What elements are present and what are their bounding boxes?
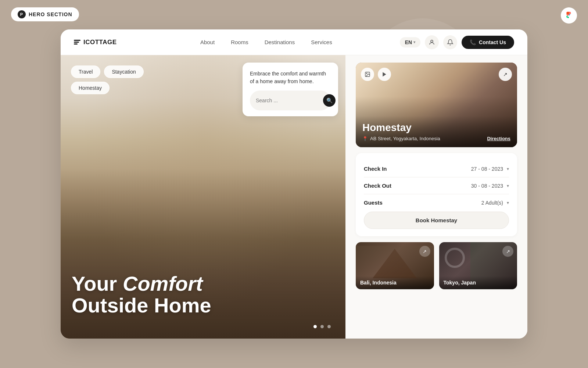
- hero-dots: [313, 325, 331, 328]
- hero-panel: Travel Staycation Homestay Embrace the c…: [61, 55, 345, 339]
- check-in-value-wrap[interactable]: 27 - 08 - 2023 ▾: [471, 166, 509, 172]
- property-actions: [361, 68, 391, 81]
- check-in-date: 27 - 08 - 2023: [471, 166, 503, 172]
- contact-label: Contact Us: [479, 39, 506, 45]
- dest-tokyo-overlay: Tokyo, Japan: [439, 276, 517, 289]
- right-panel: ↗ Homestay 📍 AB Street, Yogyakarta, Indo…: [345, 55, 527, 339]
- language-selector[interactable]: EN ▾: [400, 37, 420, 47]
- chevron-down-icon: ▾: [507, 166, 509, 171]
- nav-destinations[interactable]: Destinations: [265, 39, 295, 45]
- destination-tokyo-link[interactable]: ↗: [502, 246, 513, 257]
- svg-point-2: [366, 73, 367, 74]
- language-label: EN: [405, 39, 412, 45]
- nav-links: About Rooms Destinations Services: [133, 39, 400, 46]
- check-out-row: Check Out 30 - 08 - 2023 ▾: [364, 177, 509, 194]
- hero-tags: Travel Staycation Homestay: [71, 66, 181, 94]
- dest-tokyo-name: Tokyo, Japan: [444, 280, 513, 286]
- check-out-value-wrap[interactable]: 30 - 08 - 2023 ▾: [471, 183, 509, 189]
- figma-icon[interactable]: [561, 7, 577, 24]
- notification-icon-button[interactable]: [443, 35, 457, 49]
- nav-about[interactable]: About: [200, 39, 215, 45]
- gallery-button[interactable]: [361, 68, 374, 81]
- phone-icon: 📞: [470, 39, 476, 45]
- guests-label: Guests: [364, 199, 383, 206]
- search-input-wrap: 🔍: [250, 91, 331, 110]
- top-bar-label: HERO SECTION: [29, 11, 72, 17]
- guests-count: 2 Adult(s): [481, 200, 503, 206]
- location-icon: 📍: [362, 136, 368, 141]
- svg-marker-3: [383, 72, 386, 77]
- destination-bali-link[interactable]: ↗: [419, 246, 430, 257]
- logo-text: ICOTTAGE: [83, 39, 117, 46]
- dest-bali-name: Bali, Indonesia: [360, 280, 430, 286]
- top-bar: P HERO SECTION: [11, 7, 79, 21]
- search-button[interactable]: 🔍: [323, 94, 336, 107]
- tag-homestay[interactable]: Homestay: [71, 82, 110, 94]
- nav-rooms[interactable]: Rooms: [231, 39, 248, 45]
- dest-bali-overlay: Bali, Indonesia: [356, 276, 434, 289]
- tag-travel[interactable]: Travel: [71, 66, 100, 78]
- check-in-label: Check In: [364, 166, 387, 172]
- hero-title-line1: Your Comfort: [72, 272, 203, 295]
- hero-title-line2: Outside Home: [72, 294, 211, 317]
- property-overlay: Homestay 📍 AB Street, Yogyakarta, Indone…: [356, 116, 517, 147]
- search-icon: 🔍: [326, 98, 333, 103]
- contact-button[interactable]: 📞 Contact Us: [462, 36, 514, 49]
- top-bar-icon: P: [18, 10, 26, 18]
- navigation: ICOTTAGE About Rooms Destinations Servic…: [61, 29, 527, 55]
- hero-text: Your Comfort Outside Home: [72, 273, 211, 316]
- nav-actions: EN ▾ 📞 Contact Us: [400, 35, 514, 49]
- check-out-label: Check Out: [364, 183, 391, 189]
- hero-title-italic: Comfort: [123, 272, 203, 295]
- check-in-row: Check In 27 - 08 - 2023 ▾: [364, 160, 509, 177]
- property-external-link-button[interactable]: ↗: [499, 68, 512, 81]
- logo[interactable]: ICOTTAGE: [74, 39, 133, 46]
- guests-value-wrap[interactable]: 2 Adult(s) ▾: [481, 200, 509, 206]
- destination-bali[interactable]: ↗ Bali, Indonesia: [356, 242, 434, 289]
- destinations: ↗ Bali, Indonesia ↗ Tokyo, Japan: [356, 242, 517, 289]
- logo-icon: [74, 40, 80, 45]
- arrow-out-icon: ↗: [503, 71, 508, 77]
- body-content: Travel Staycation Homestay Embrace the c…: [61, 55, 527, 339]
- dot-3[interactable]: [327, 325, 331, 328]
- svg-point-0: [431, 40, 433, 42]
- user-icon-button[interactable]: [425, 35, 439, 49]
- tag-staycation[interactable]: Staycation: [104, 66, 143, 78]
- top-bar-badge: P HERO SECTION: [11, 7, 79, 21]
- property-address-text: AB Street, Yogyakarta, Indonesia: [370, 136, 440, 141]
- chevron-down-icon: ▾: [507, 200, 509, 205]
- nav-services[interactable]: Services: [311, 39, 332, 45]
- guests-row: Guests 2 Adult(s) ▾: [364, 194, 509, 206]
- book-button[interactable]: Book Homestay: [364, 212, 509, 229]
- dot-1[interactable]: [313, 325, 317, 328]
- dot-2[interactable]: [320, 325, 324, 328]
- check-out-date: 30 - 08 - 2023: [471, 183, 503, 189]
- main-card: ICOTTAGE About Rooms Destinations Servic…: [61, 29, 527, 339]
- booking-form: Check In 27 - 08 - 2023 ▾ Check Out 30 -…: [356, 153, 517, 236]
- property-card: ↗ Homestay 📍 AB Street, Yogyakarta, Indo…: [356, 63, 517, 147]
- play-button[interactable]: [378, 68, 391, 81]
- chevron-down-icon: ▾: [507, 183, 509, 188]
- search-input[interactable]: [256, 98, 320, 103]
- property-name: Homestay: [362, 122, 510, 134]
- directions-link[interactable]: Directions: [487, 136, 510, 141]
- chevron-down-icon: ▾: [413, 40, 415, 44]
- search-box: Embrace the comfort and warmth of a home…: [243, 63, 338, 116]
- search-tagline: Embrace the comfort and warmth of a home…: [250, 70, 331, 85]
- hero-title: Your Comfort Outside Home: [72, 273, 211, 316]
- destination-tokyo[interactable]: ↗ Tokyo, Japan: [439, 242, 517, 289]
